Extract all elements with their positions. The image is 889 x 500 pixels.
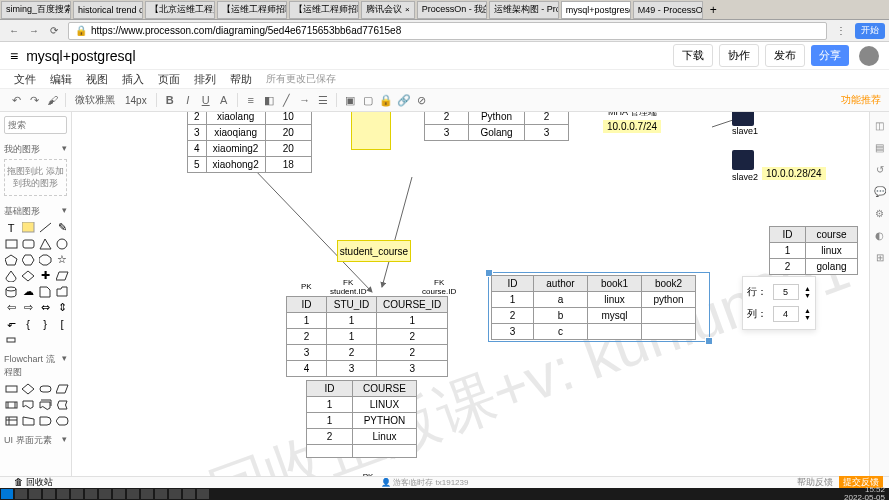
font-select[interactable]: 微软雅黑 xyxy=(71,91,119,109)
tab-9[interactable]: M49 - ProcessOn× xyxy=(633,1,703,19)
fc-data[interactable] xyxy=(55,382,69,395)
front-button[interactable]: ▣ xyxy=(342,92,358,108)
shape-arrowlr[interactable]: ⇔ xyxy=(38,301,52,314)
forward-button[interactable]: → xyxy=(26,23,42,39)
tab-5[interactable]: 腾讯会议× xyxy=(361,1,415,19)
fc-stored[interactable] xyxy=(55,398,69,411)
tab-7[interactable]: 运维架构图 - Proc× xyxy=(489,1,559,19)
start-button[interactable]: 开始 xyxy=(855,23,885,39)
document-title[interactable]: mysql+postgresql xyxy=(26,48,135,64)
fc-delay[interactable] xyxy=(38,414,52,427)
shape-circle[interactable] xyxy=(55,237,69,250)
taskbar-app[interactable] xyxy=(85,489,97,499)
comments-icon[interactable]: 💬 xyxy=(873,184,887,198)
grid-icon[interactable]: ⊞ xyxy=(873,250,887,264)
canvas[interactable]: 回收正版课+v: kunlun991 2xiaolang10 3xiaoqian… xyxy=(72,112,869,488)
clock[interactable]: 15:522022-05-05 xyxy=(844,486,889,500)
url-input[interactable]: 🔒https://www.processon.com/diagraming/5e… xyxy=(68,22,827,40)
history-icon[interactable]: ↺ xyxy=(873,162,887,176)
taskbar-app[interactable] xyxy=(127,489,139,499)
shape-text[interactable]: T xyxy=(4,221,18,234)
section-basic[interactable]: 基础图形▾ xyxy=(4,202,67,221)
tab-3[interactable]: 【运维工程师招聘× xyxy=(217,1,287,19)
shape-brace-r[interactable]: } xyxy=(38,317,52,330)
table-students[interactable]: 2xiaolang10 3xiaoqiang20 4xiaoming220 5x… xyxy=(187,112,312,173)
table-course[interactable]: IDCOURSE 1LINUX 1PYTHON 2Linux xyxy=(306,380,417,458)
undo-button[interactable]: ↶ xyxy=(8,92,24,108)
link-button[interactable]: 🔗 xyxy=(396,92,412,108)
fc-process[interactable] xyxy=(4,382,18,395)
shape-folder[interactable] xyxy=(55,285,69,298)
table-student-course[interactable]: IDSTU_IDCOURSE_ID 111 212 322 433 xyxy=(286,296,448,377)
fc-multidoc[interactable] xyxy=(38,398,52,411)
fc-internal[interactable] xyxy=(4,414,18,427)
italic-button[interactable]: I xyxy=(180,92,196,108)
table-lang[interactable]: 2Python2 3Golang3 xyxy=(424,112,569,141)
layers-icon[interactable]: ▤ xyxy=(873,140,887,154)
arrow-button[interactable]: → xyxy=(297,92,313,108)
shape-small-rect[interactable] xyxy=(4,333,18,346)
fc-manual[interactable] xyxy=(21,414,35,427)
section-ui[interactable]: UI 界面元素▾ xyxy=(4,431,67,450)
table-books[interactable]: IDauthorbook1book2 1alinuxpython 2bmysql… xyxy=(491,275,696,340)
shape-doc[interactable] xyxy=(38,285,52,298)
taskbar-app[interactable] xyxy=(169,489,181,499)
rows-input[interactable] xyxy=(773,284,799,300)
tab-0[interactable]: siming_百度搜索× xyxy=(1,1,71,19)
taskbar-app[interactable] xyxy=(15,489,27,499)
menu-arrange[interactable]: 排列 xyxy=(194,72,216,87)
menu-file[interactable]: 文件 xyxy=(14,72,36,87)
theme-icon[interactable]: ◐ xyxy=(873,228,887,242)
shape-cloud[interactable]: ☁ xyxy=(21,285,35,298)
textcolor-button[interactable]: A xyxy=(216,92,232,108)
shape-brace-l[interactable]: { xyxy=(21,317,35,330)
download-button[interactable]: 下载 xyxy=(673,44,713,67)
fontsize-select[interactable]: 14px xyxy=(121,93,151,108)
server-icon-2[interactable] xyxy=(732,150,754,170)
collab-button[interactable]: 协作 xyxy=(719,44,759,67)
note-student-course[interactable]: student_course xyxy=(337,240,411,262)
menu-edit[interactable]: 编辑 xyxy=(50,72,72,87)
taskbar-app[interactable] xyxy=(183,489,195,499)
back-button[interactable]: ← xyxy=(6,23,22,39)
server-icon-1[interactable] xyxy=(732,112,754,126)
taskbar-app[interactable] xyxy=(141,489,153,499)
shape-pentagon[interactable] xyxy=(4,253,18,266)
shape-triangle[interactable] xyxy=(38,237,52,250)
new-tab-button[interactable]: + xyxy=(704,3,723,17)
fc-decision[interactable] xyxy=(21,382,35,395)
reload-button[interactable]: ⟳ xyxy=(46,23,62,39)
menu-help[interactable]: 帮助 xyxy=(230,72,252,87)
cols-stepper[interactable]: ▲▼ xyxy=(804,307,811,321)
shape-note[interactable] xyxy=(21,221,35,234)
paint-button[interactable]: 🖌 xyxy=(44,92,60,108)
section-myshapes[interactable]: 我的图形▾ xyxy=(4,140,67,159)
shape-corner[interactable]: ⬐ xyxy=(4,317,18,330)
nav-icon[interactable]: ◫ xyxy=(873,118,887,132)
menu-page[interactable]: 页面 xyxy=(158,72,180,87)
menu-insert[interactable]: 插入 xyxy=(122,72,144,87)
feature-link[interactable]: 功能推荐 xyxy=(841,93,881,107)
shape-arrowud[interactable]: ⇕ xyxy=(55,301,69,314)
bold-button[interactable]: B xyxy=(162,92,178,108)
tab-6[interactable]: ProcessOn - 我的× xyxy=(417,1,487,19)
shape-arrowright[interactable]: ⇨ xyxy=(21,301,35,314)
taskbar-app[interactable] xyxy=(113,489,125,499)
shape-line[interactable] xyxy=(38,221,52,234)
publish-button[interactable]: 发布 xyxy=(765,44,805,67)
fill-button[interactable]: ◧ xyxy=(261,92,277,108)
shape-parallelogram[interactable] xyxy=(55,269,69,282)
ip-label-2[interactable]: 10.0.0.28/24 xyxy=(762,167,826,180)
underline-button[interactable]: U xyxy=(198,92,214,108)
search-input[interactable] xyxy=(4,116,67,134)
shape-rect[interactable] xyxy=(4,237,18,250)
shape-pencil[interactable]: ✎ xyxy=(55,221,69,234)
start-button-win[interactable] xyxy=(1,489,13,499)
tab-2[interactable]: 【北京运维工程师...× xyxy=(145,1,215,19)
align-button[interactable]: ≡ xyxy=(243,92,259,108)
cols-input[interactable] xyxy=(773,306,799,322)
fc-terminal[interactable] xyxy=(38,382,52,395)
tab-4[interactable]: 【运维工程师招聘× xyxy=(289,1,359,19)
shape-diamond[interactable] xyxy=(21,269,35,282)
list-button[interactable]: ☰ xyxy=(315,92,331,108)
